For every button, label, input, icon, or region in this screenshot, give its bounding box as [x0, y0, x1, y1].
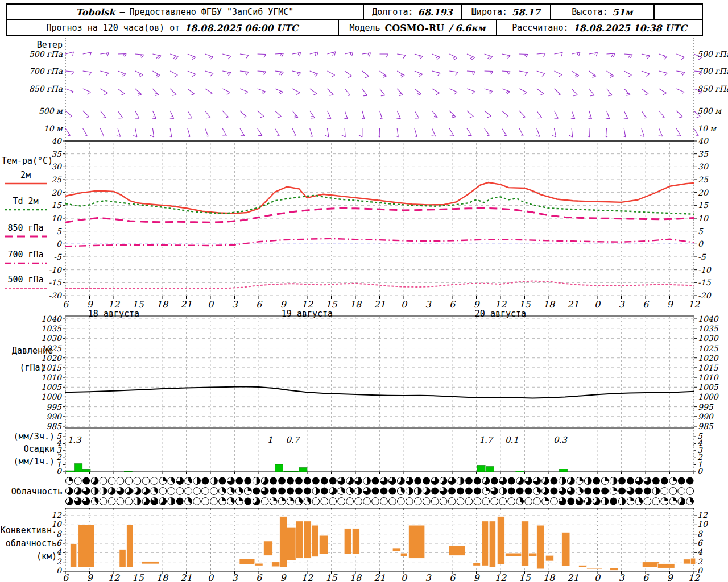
- precip-tick-right: 5: [697, 431, 703, 440]
- temp-tick-left: 0: [56, 239, 62, 248]
- convective-bar: [545, 555, 553, 561]
- wind-barb: [502, 128, 506, 136]
- wind-barb: [467, 71, 475, 75]
- cloud-cover-symbol: [551, 498, 558, 505]
- wind-barb: [676, 89, 684, 93]
- wind-barb: [642, 54, 650, 59]
- wind-barb: [415, 128, 417, 136]
- cloud-cover-symbol: [678, 477, 685, 485]
- wind-barb: [554, 52, 562, 56]
- wind-barb: [292, 128, 296, 136]
- convective-tick-right: 10: [697, 519, 708, 529]
- cloud-cover-symbol: [338, 498, 345, 505]
- cloud-cover-symbol: [474, 488, 481, 495]
- wind-barb: [485, 89, 493, 94]
- cloud-cover-symbol: [610, 498, 617, 505]
- wind-barb: [275, 89, 283, 94]
- calc-label: Рассчитано:: [512, 23, 568, 33]
- pressure-tick-left: 1005: [41, 383, 62, 392]
- wind-barb: [327, 71, 334, 77]
- wind-barb: [519, 71, 528, 76]
- wind-barb: [432, 89, 440, 95]
- hour-label-bottom: 0: [208, 572, 214, 582]
- wind-barb: [275, 71, 283, 75]
- convective-tick-left: 2: [56, 557, 62, 566]
- cloud-cover-symbol: [329, 498, 337, 505]
- convective-bar: [296, 521, 303, 558]
- wind-barb: [624, 111, 628, 119]
- calc-time: 18.08.2025 10:38 UTC: [573, 23, 686, 34]
- latitude-cell: Широта: 58.17: [462, 5, 551, 19]
- wind-barb: [205, 111, 210, 118]
- convective-bar: [319, 535, 328, 554]
- temp-tick-left: -10: [48, 265, 62, 275]
- wind-barb: [624, 89, 630, 95]
- cloud-cover-symbol: [380, 488, 388, 495]
- hour-label-bottom: 9: [473, 572, 480, 582]
- wind-barb: [571, 111, 575, 119]
- temperature-panel: 40403535303025252020151510105500-5-5-10-…: [2, 136, 712, 319]
- wind-level-label-left: 850 гПа: [29, 84, 63, 93]
- hour-label-top: 3: [231, 299, 238, 310]
- cloud-cover-symbol: [355, 498, 362, 505]
- provider-name: Предоставлено ФГБУ "ЗапСиб УГМС": [129, 7, 293, 17]
- pressure-tick-left: 1000: [41, 392, 62, 401]
- pressure-tick-right: 1035: [698, 324, 719, 333]
- wind-barb: [100, 89, 107, 95]
- wind-barb: [152, 89, 158, 95]
- wind-barb: [118, 89, 125, 95]
- cloud-cover-symbol: [202, 498, 209, 505]
- cloud-cover-symbol: [74, 477, 81, 485]
- cloud-cover-symbol: [312, 498, 320, 505]
- precip-tick-left: 5: [56, 431, 62, 440]
- temp-tick-right: -10: [698, 265, 712, 275]
- wind-barb: [292, 89, 300, 95]
- cloud-cover-symbol: [652, 498, 660, 505]
- cloud-cover-fill: [222, 498, 226, 501]
- convective-bar: [287, 527, 296, 560]
- pressure-tick-right: 1005: [698, 383, 719, 392]
- cloud-cover-symbol: [270, 477, 277, 485]
- wind-barb: [258, 111, 264, 118]
- cloud-cover-symbol: [278, 488, 286, 495]
- temp-tick-right: 5: [698, 227, 704, 236]
- cloud-cover-fill: [673, 477, 676, 481]
- cloud-cover-fill: [503, 488, 506, 495]
- wind-barb: [415, 111, 419, 118]
- hour-label-bottom: 12: [301, 572, 313, 582]
- wind-barb: [607, 71, 614, 77]
- cloud-cover-fill: [461, 477, 464, 485]
- wind-barb: [624, 54, 632, 58]
- hour-label-bottom: 18: [543, 572, 556, 582]
- cloud-cover-fill: [656, 488, 659, 495]
- hour-label-bottom: 12: [495, 572, 507, 582]
- cloud-cover-fill: [622, 498, 626, 505]
- wind-barb: [292, 52, 301, 56]
- wind-barb: [588, 111, 592, 119]
- cloud-cover-symbol: [312, 477, 320, 485]
- cloud-cover-symbol: [244, 477, 251, 485]
- wind-barb: [152, 54, 161, 59]
- convective-bar: [344, 529, 351, 554]
- cloud-cover-symbol: [380, 498, 388, 505]
- wind-barb: [624, 71, 631, 77]
- cloud-cover-symbol: [253, 488, 260, 495]
- convective-bar: [587, 568, 602, 569]
- cloud-cover-symbol: [117, 498, 124, 505]
- wind-barb: [222, 89, 230, 95]
- wind-barb: [502, 54, 510, 59]
- hour-label-bottom: 3: [231, 572, 238, 582]
- hour-label-top: 18: [156, 299, 169, 310]
- cloud-cover-symbol: [108, 477, 115, 485]
- hour-label-bottom: 18: [350, 572, 362, 582]
- wind-barb: [133, 128, 137, 137]
- cloud-cover-symbol: [686, 488, 694, 495]
- wind-barb: [485, 128, 490, 136]
- cloud-cover-symbol: [321, 477, 328, 485]
- wind-barb: [467, 128, 471, 136]
- temp-tick-right: 30: [698, 162, 709, 171]
- cloud-cover-fill: [95, 488, 98, 495]
- wind-barb: [589, 52, 598, 56]
- station-cell: Tobolsk — Предоставлено ФГБУ "ЗапСиб УГМ…: [7, 5, 364, 19]
- model-label: Модель: [349, 23, 380, 33]
